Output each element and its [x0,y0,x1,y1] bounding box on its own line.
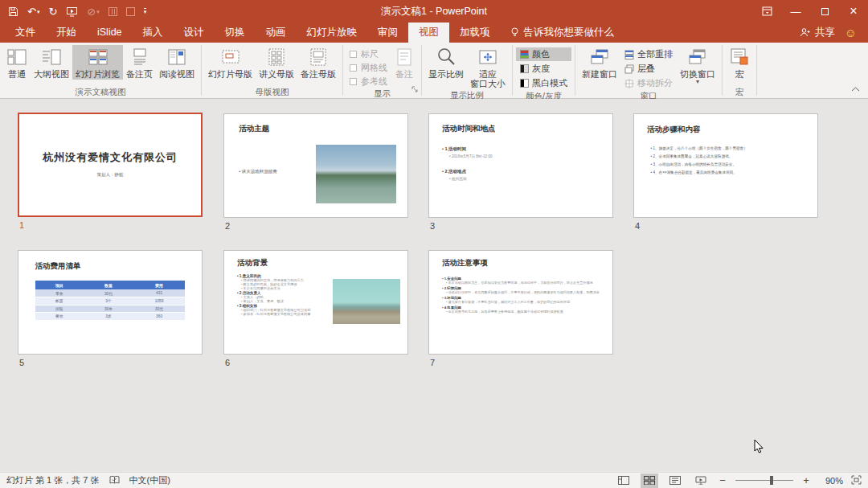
handout-master-icon [266,47,287,68]
slide-subtext: • 策划人：艾东、黄强、敏仪 [241,299,340,303]
language-indicator[interactable]: 中文(中国) [129,474,170,486]
slide-thumbnail-6[interactable]: 活动背景 • 1.意义和目的 • 增进同事间的交流，增强凝聚力和向心力 • 树立… [223,250,408,355]
start-slideshow-icon[interactable] [66,6,78,17]
slide-subtext: • 丰富各位同事的业余生活 [241,286,340,290]
move-split-button: 移动拆分 [620,76,677,90]
save-icon[interactable] [8,6,18,17]
slide-subtext: • 2016年5月7日 8时-12:00 [449,154,537,158]
zoom-slider-handle[interactable] [770,476,773,485]
grayscale-button[interactable]: 灰度 [516,62,571,76]
zoom-in-button[interactable]: + [801,474,811,486]
slide-thumbnail-5[interactable]: 活动费用清单 项目 数量 费用 零食30包431 帐篷3个1059 保险30单3… [18,250,203,355]
notes-icon [394,47,415,68]
notes-page-button[interactable]: 备注页 [123,45,156,80]
slide-number: 1 [19,220,24,230]
tab-addins[interactable]: 加载项 [449,23,501,43]
customize-qat-icon[interactable]: ▾ [144,8,147,15]
arrange-all-button[interactable]: 全部重排 [620,47,677,61]
zoom-slider[interactable] [735,480,793,481]
tab-review[interactable]: 审阅 [367,23,408,43]
tab-animations[interactable]: 动画 [256,23,297,43]
dropdown-caret-icon: ▾ [696,79,699,84]
restore-button[interactable] [810,0,839,23]
tab-transitions[interactable]: 切换 [215,23,256,43]
slide-number: 5 [19,358,24,367]
slide-thumbnail-2[interactable]: 活动主题 • 谈天说地秋游踏青 [223,113,408,218]
group-show: 标尺 网格线 参考线 备注 显示 [343,43,421,98]
slide-counter: 幻灯片 第 1 张，共 7 张 [6,474,100,486]
slide-title: 活动步骤和内容 [647,125,701,135]
redo-icon[interactable]: ↻ [48,6,57,17]
checkbox-icon [350,64,357,72]
quick-access-toolbar: ↶▾ ↻ ⊘▾ ▾ [0,0,146,23]
collapse-ribbon-icon[interactable] [851,80,860,95]
macros-button[interactable]: 宏 [726,45,753,80]
slide-subtext: • 本次活动以愉悦为主，但必须以安全为首要前提，游玩过程中，大家应结伴而行，防止… [446,281,604,285]
ribbon-display-options-icon[interactable] [752,0,781,23]
slide-sorter-icon [88,47,108,68]
notes-master-button[interactable]: 备注母版 [297,45,339,80]
undo-icon[interactable]: ↶▾ [27,6,39,17]
minimize-button[interactable]: — [781,0,810,23]
normal-view-status-button[interactable] [615,474,633,488]
slide-title: 活动注意事项 [442,258,488,269]
title-bar: ↶▾ ↻ ⊘▾ ▾ 演示文稿1 - PowerPoint — × [0,0,868,23]
dialog-launcher-icon[interactable] [411,82,419,96]
reading-view-button[interactable]: 阅读视图 [156,45,198,80]
tab-home[interactable]: 开始 [46,23,87,43]
reading-view-icon [166,47,187,68]
fit-to-window-button[interactable]: 适应窗口大小 [467,45,509,89]
slide-thumbnail-1[interactable]: 杭州没有爱情文化有限公司 策划人：静航 [18,113,203,217]
gridlines-checkbox[interactable]: 网格线 [346,61,391,74]
slide-subtitle: 策划人：静航 [19,172,201,178]
tab-view[interactable]: 视图 [408,23,449,43]
tab-insert[interactable]: 插入 [133,23,174,43]
slide-master-button[interactable]: 幻灯片母版 [205,45,256,80]
slide-sorter-status-button[interactable] [641,474,658,488]
magnifier-icon [436,47,457,68]
zoom-out-button[interactable]: − [718,474,727,486]
ruler-checkbox[interactable]: 标尺 [346,47,391,60]
normal-view-button[interactable]: 普通 [3,45,31,80]
zoom-level[interactable]: 90% [819,476,843,486]
slide-number: 7 [430,358,435,367]
feedback-smiley-icon[interactable]: ☺ [845,23,868,43]
fit-slide-to-window-icon[interactable] [851,475,862,486]
switch-windows-icon [687,47,708,68]
spell-check-icon[interactable] [109,475,120,486]
reading-view-status-button[interactable] [666,474,684,488]
switch-windows-button[interactable]: 切换窗口 ▾ [677,45,719,85]
table-row: 餐饮3桌360 [35,313,186,321]
zoom-button[interactable]: 显示比例 [425,45,467,80]
group-color-grayscale: 颜色 灰度 黑白模式 颜色/灰度 [513,43,575,98]
disabled-qat-icon-2 [108,7,117,16]
tab-slideshow[interactable]: 幻灯片放映 [297,23,368,43]
tab-file[interactable]: 文件 [5,23,46,43]
color-mode-button[interactable]: 颜色 [516,47,571,61]
tab-islide[interactable]: iSlide [87,23,133,43]
slide-thumbnail-3[interactable]: 活动时间和地点 • 1.活动时间 • 2016年5月7日 8时-12:00 • … [428,113,613,218]
slideshow-status-button[interactable] [692,474,710,488]
outline-view-button[interactable]: 大纲视图 [31,45,72,80]
group-label: 演示文稿视图 [3,86,198,98]
slide-thumbnail-4[interactable]: 活动步骤和内容 • 1、抽签决定，分八个小组（两个女生宿舍，两个男宿舍） • 2… [633,113,818,218]
group-presentation-views: 普通 大纲视图 幻灯片浏览 备注页 阅读视图 [0,43,201,98]
cascade-button[interactable]: 层叠 [620,62,677,76]
close-button[interactable]: × [839,0,868,23]
handout-master-button[interactable]: 讲义母版 [256,45,297,80]
tell-me-box[interactable]: 告诉我你想要做什么 [501,23,624,43]
guides-checkbox[interactable]: 参考线 [346,75,391,88]
new-window-button[interactable]: 新建窗口 [579,45,620,80]
slide-sorter-button[interactable]: 幻灯片浏览 [72,45,123,80]
slide-thumbnail-7[interactable]: 活动注意事项 • 1.安全问题 • 本次活动以愉悦为主，但必须以安全为首要前提，… [428,250,613,355]
notes-button: 备注 [391,45,418,80]
share-button[interactable]: 共享 [800,23,845,43]
slide-sorter-canvas[interactable]: 杭州没有爱情文化有限公司 策划人：静航 1 活动主题 • 谈天说地秋游踏青 2 … [0,99,868,472]
fit-window-icon [477,47,498,68]
table-row: 零食30包431 [35,289,186,297]
slide-bullet: • 谈天说地秋游踏青 [239,169,276,174]
black-white-button[interactable]: 黑白模式 [516,76,571,90]
tab-design[interactable]: 设计 [174,23,215,43]
group-macros: 宏 宏 [723,43,756,98]
ribbon-view-tab: 普通 大纲视图 幻灯片浏览 备注页 阅读视图 [0,43,868,99]
